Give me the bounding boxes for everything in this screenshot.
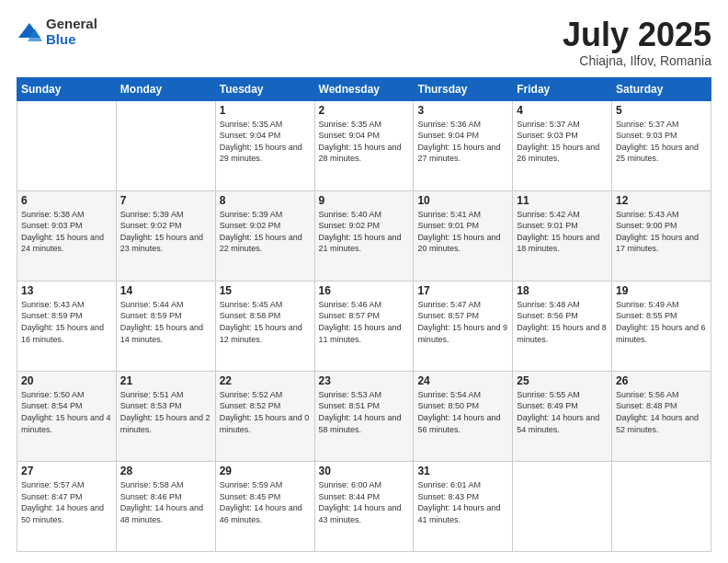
calendar-cell: 16Sunrise: 5:46 AM Sunset: 8:57 PM Dayli… xyxy=(314,281,414,371)
cell-content: Sunrise: 5:58 AM Sunset: 8:46 PM Dayligh… xyxy=(120,479,211,525)
cell-content: Sunrise: 6:01 AM Sunset: 8:43 PM Dayligh… xyxy=(417,479,508,525)
cell-content: Sunrise: 5:41 AM Sunset: 9:01 PM Dayligh… xyxy=(417,209,508,255)
calendar-cell: 1Sunrise: 5:35 AM Sunset: 9:04 PM Daylig… xyxy=(215,100,314,190)
calendar-cell: 17Sunrise: 5:47 AM Sunset: 8:57 PM Dayli… xyxy=(414,281,513,371)
calendar-cell: 6Sunrise: 5:38 AM Sunset: 9:03 PM Daylig… xyxy=(17,190,117,281)
calendar-cell: 20Sunrise: 5:50 AM Sunset: 8:54 PM Dayli… xyxy=(17,371,117,461)
calendar-cell: 4Sunrise: 5:37 AM Sunset: 9:03 PM Daylig… xyxy=(513,100,612,190)
calendar-cell: 29Sunrise: 5:59 AM Sunset: 8:45 PM Dayli… xyxy=(215,461,314,551)
calendar-cell: 18Sunrise: 5:48 AM Sunset: 8:56 PM Dayli… xyxy=(513,281,612,371)
day-number: 30 xyxy=(319,465,410,477)
cell-content: Sunrise: 5:46 AM Sunset: 8:57 PM Dayligh… xyxy=(319,299,410,345)
calendar: SundayMondayTuesdayWednesdayThursdayFrid… xyxy=(17,77,711,552)
logo-blue-text: Blue xyxy=(46,31,76,47)
logo: General Blue xyxy=(17,17,97,47)
day-number: 2 xyxy=(319,104,410,117)
day-number: 13 xyxy=(21,284,112,297)
day-header-tuesday: Tuesday xyxy=(215,77,314,100)
calendar-cell: 25Sunrise: 5:55 AM Sunset: 8:49 PM Dayli… xyxy=(513,371,612,461)
cell-content: Sunrise: 5:36 AM Sunset: 9:04 PM Dayligh… xyxy=(417,119,508,165)
header: General Blue July 2025 Chiajna, Ilfov, R… xyxy=(17,17,711,68)
day-header-sunday: Sunday xyxy=(17,77,117,100)
calendar-cell: 31Sunrise: 6:01 AM Sunset: 8:43 PM Dayli… xyxy=(414,461,513,551)
cell-content: Sunrise: 5:43 AM Sunset: 9:00 PM Dayligh… xyxy=(616,209,707,255)
day-number: 28 xyxy=(120,465,211,477)
week-row-2: 13Sunrise: 5:43 AM Sunset: 8:59 PM Dayli… xyxy=(17,281,711,371)
day-number: 1 xyxy=(220,104,311,117)
day-number: 11 xyxy=(517,194,608,207)
cell-content: Sunrise: 5:44 AM Sunset: 8:59 PM Dayligh… xyxy=(120,299,211,345)
calendar-cell xyxy=(513,461,612,551)
day-number: 31 xyxy=(417,465,508,477)
day-header-saturday: Saturday xyxy=(612,77,711,100)
week-row-1: 6Sunrise: 5:38 AM Sunset: 9:03 PM Daylig… xyxy=(17,190,711,281)
cell-content: Sunrise: 5:43 AM Sunset: 8:59 PM Dayligh… xyxy=(21,299,112,345)
week-row-3: 20Sunrise: 5:50 AM Sunset: 8:54 PM Dayli… xyxy=(17,371,711,461)
day-number: 23 xyxy=(319,374,410,387)
cell-content: Sunrise: 5:47 AM Sunset: 8:57 PM Dayligh… xyxy=(417,299,508,345)
day-number: 4 xyxy=(517,104,608,117)
calendar-cell: 30Sunrise: 6:00 AM Sunset: 8:44 PM Dayli… xyxy=(314,461,414,551)
cell-content: Sunrise: 5:39 AM Sunset: 9:02 PM Dayligh… xyxy=(120,209,211,255)
cell-content: Sunrise: 5:38 AM Sunset: 9:03 PM Dayligh… xyxy=(21,209,112,255)
day-header-monday: Monday xyxy=(116,77,215,100)
calendar-cell: 27Sunrise: 5:57 AM Sunset: 8:47 PM Dayli… xyxy=(17,461,117,551)
calendar-cell: 22Sunrise: 5:52 AM Sunset: 8:52 PM Dayli… xyxy=(215,371,314,461)
day-header-wednesday: Wednesday xyxy=(314,77,414,100)
day-number: 24 xyxy=(417,374,508,387)
calendar-cell: 2Sunrise: 5:35 AM Sunset: 9:04 PM Daylig… xyxy=(314,100,414,190)
week-row-4: 27Sunrise: 5:57 AM Sunset: 8:47 PM Dayli… xyxy=(17,461,711,551)
calendar-cell xyxy=(612,461,711,551)
day-number: 9 xyxy=(319,194,410,207)
day-number: 16 xyxy=(319,284,410,297)
cell-content: Sunrise: 5:48 AM Sunset: 8:56 PM Dayligh… xyxy=(517,299,608,345)
calendar-cell xyxy=(116,100,215,190)
calendar-cell: 8Sunrise: 5:39 AM Sunset: 9:02 PM Daylig… xyxy=(215,190,314,281)
cell-content: Sunrise: 5:56 AM Sunset: 8:48 PM Dayligh… xyxy=(616,389,707,435)
day-header-thursday: Thursday xyxy=(414,77,513,100)
calendar-cell: 5Sunrise: 5:37 AM Sunset: 9:03 PM Daylig… xyxy=(612,100,711,190)
cell-content: Sunrise: 5:57 AM Sunset: 8:47 PM Dayligh… xyxy=(21,479,112,525)
calendar-cell: 24Sunrise: 5:54 AM Sunset: 8:50 PM Dayli… xyxy=(414,371,513,461)
cell-content: Sunrise: 5:54 AM Sunset: 8:50 PM Dayligh… xyxy=(417,389,508,435)
day-number: 21 xyxy=(120,374,211,387)
day-number: 8 xyxy=(220,194,311,207)
month-title: July 2025 xyxy=(563,17,711,53)
cell-content: Sunrise: 5:37 AM Sunset: 9:03 PM Dayligh… xyxy=(616,119,707,165)
day-number: 25 xyxy=(517,374,608,387)
calendar-cell: 23Sunrise: 5:53 AM Sunset: 8:51 PM Dayli… xyxy=(314,371,414,461)
cell-content: Sunrise: 5:49 AM Sunset: 8:55 PM Dayligh… xyxy=(616,299,707,345)
logo-icon xyxy=(17,19,42,45)
day-number: 17 xyxy=(417,284,508,297)
calendar-cell: 15Sunrise: 5:45 AM Sunset: 8:58 PM Dayli… xyxy=(215,281,314,371)
calendar-cell: 26Sunrise: 5:56 AM Sunset: 8:48 PM Dayli… xyxy=(612,371,711,461)
day-number: 27 xyxy=(21,465,112,477)
day-header-row: SundayMondayTuesdayWednesdayThursdayFrid… xyxy=(17,77,711,100)
day-number: 14 xyxy=(120,284,211,297)
cell-content: Sunrise: 5:35 AM Sunset: 9:04 PM Dayligh… xyxy=(220,119,311,165)
title-block: July 2025 Chiajna, Ilfov, Romania xyxy=(563,17,711,68)
day-number: 7 xyxy=(120,194,211,207)
cell-content: Sunrise: 5:52 AM Sunset: 8:52 PM Dayligh… xyxy=(220,389,311,435)
cell-content: Sunrise: 5:51 AM Sunset: 8:53 PM Dayligh… xyxy=(120,389,211,435)
calendar-cell: 11Sunrise: 5:42 AM Sunset: 9:01 PM Dayli… xyxy=(513,190,612,281)
week-row-0: 1Sunrise: 5:35 AM Sunset: 9:04 PM Daylig… xyxy=(17,100,711,190)
day-number: 26 xyxy=(616,374,707,387)
calendar-cell xyxy=(17,100,117,190)
cell-content: Sunrise: 5:35 AM Sunset: 9:04 PM Dayligh… xyxy=(319,119,410,165)
calendar-cell: 3Sunrise: 5:36 AM Sunset: 9:04 PM Daylig… xyxy=(414,100,513,190)
day-number: 15 xyxy=(220,284,311,297)
calendar-cell: 14Sunrise: 5:44 AM Sunset: 8:59 PM Dayli… xyxy=(116,281,215,371)
cell-content: Sunrise: 5:40 AM Sunset: 9:02 PM Dayligh… xyxy=(319,209,410,255)
cell-content: Sunrise: 5:42 AM Sunset: 9:01 PM Dayligh… xyxy=(517,209,608,255)
calendar-cell: 12Sunrise: 5:43 AM Sunset: 9:00 PM Dayli… xyxy=(612,190,711,281)
cell-content: Sunrise: 6:00 AM Sunset: 8:44 PM Dayligh… xyxy=(319,479,410,525)
calendar-cell: 9Sunrise: 5:40 AM Sunset: 9:02 PM Daylig… xyxy=(314,190,414,281)
calendar-cell: 7Sunrise: 5:39 AM Sunset: 9:02 PM Daylig… xyxy=(116,190,215,281)
day-number: 10 xyxy=(417,194,508,207)
cell-content: Sunrise: 5:59 AM Sunset: 8:45 PM Dayligh… xyxy=(220,479,311,525)
cell-content: Sunrise: 5:50 AM Sunset: 8:54 PM Dayligh… xyxy=(21,389,112,435)
calendar-cell: 19Sunrise: 5:49 AM Sunset: 8:55 PM Dayli… xyxy=(612,281,711,371)
day-number: 19 xyxy=(616,284,707,297)
logo-general-text: General xyxy=(46,16,97,31)
